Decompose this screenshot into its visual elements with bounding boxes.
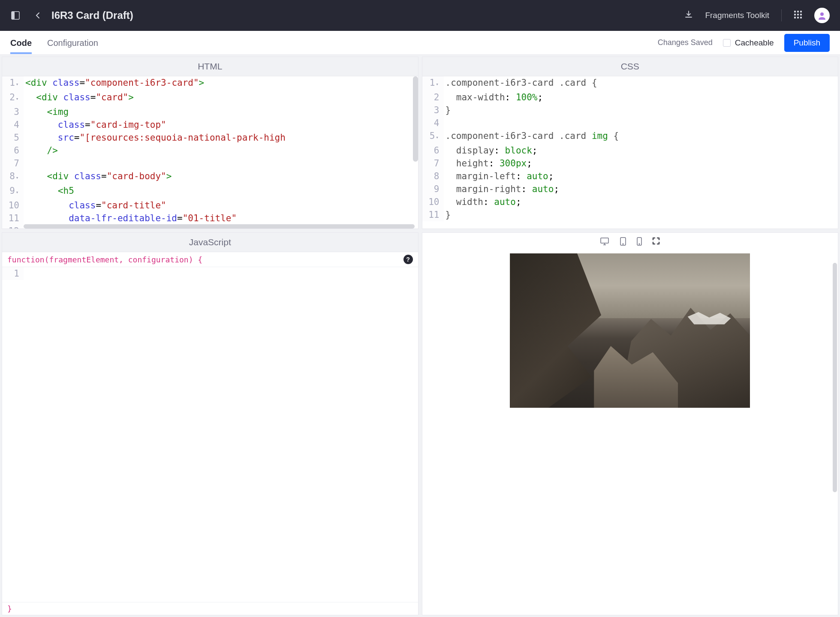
- sidebar-toggle-icon[interactable]: [10, 10, 21, 21]
- user-avatar[interactable]: [814, 8, 830, 23]
- js-function-signature: function(fragmentElement, configuration)…: [7, 255, 202, 264]
- preview-card-image: [510, 253, 750, 408]
- svg-rect-9: [797, 17, 799, 18]
- cacheable-toggle[interactable]: Cacheable: [723, 38, 774, 48]
- svg-rect-10: [800, 17, 802, 18]
- svg-rect-12: [601, 238, 608, 243]
- css-pane-header: CSS: [422, 57, 838, 76]
- svg-point-14: [623, 244, 623, 244]
- app-header: I6R3 Card (Draft) Fragments Toolkit: [0, 0, 840, 31]
- svg-point-11: [820, 12, 824, 16]
- svg-rect-8: [794, 17, 796, 18]
- svg-rect-5: [794, 14, 796, 15]
- js-editor[interactable]: 1: [2, 267, 418, 602]
- js-pane: JavaScript function(fragmentElement, con…: [2, 232, 418, 615]
- scrollbar-thumb[interactable]: [413, 76, 418, 162]
- preview-viewport[interactable]: [422, 253, 838, 615]
- header-divider: [781, 9, 782, 21]
- js-function-close: }: [2, 602, 418, 615]
- preview-toolbar: [422, 233, 838, 253]
- html-pane: HTML 1▾<div class="component-i6r3-card">…: [2, 57, 418, 229]
- preview-scrollbar-thumb[interactable]: [833, 263, 837, 492]
- svg-rect-6: [797, 14, 799, 15]
- page-title: I6R3 Card (Draft): [51, 9, 684, 21]
- editor-grid: HTML 1▾<div class="component-i6r3-card">…: [0, 55, 840, 617]
- svg-rect-3: [797, 11, 799, 12]
- header-right: Fragments Toolkit: [684, 8, 830, 23]
- desktop-preview-icon[interactable]: [600, 237, 609, 247]
- tab-bar: Code Configuration Changes Saved Cacheab…: [0, 31, 840, 55]
- svg-rect-4: [800, 11, 802, 12]
- tab-code[interactable]: Code: [10, 38, 32, 54]
- svg-rect-7: [800, 14, 802, 15]
- help-icon[interactable]: ?: [403, 255, 413, 264]
- mobile-preview-icon[interactable]: [637, 237, 642, 247]
- publish-button[interactable]: Publish: [784, 34, 830, 52]
- toolkit-label[interactable]: Fragments Toolkit: [705, 11, 769, 20]
- svg-rect-1: [12, 12, 15, 19]
- tab-bar-right: Changes Saved Cacheable Publish: [658, 34, 830, 52]
- expand-preview-icon[interactable]: [652, 237, 660, 247]
- css-pane: CSS 1▾.component-i6r3-card .card { 2 max…: [422, 57, 839, 229]
- tablet-preview-icon[interactable]: [620, 237, 626, 247]
- svg-rect-2: [794, 11, 796, 12]
- tab-configuration[interactable]: Configuration: [47, 38, 98, 54]
- svg-point-16: [639, 244, 640, 244]
- changes-saved-label: Changes Saved: [658, 38, 713, 47]
- cacheable-checkbox[interactable]: [723, 39, 731, 47]
- html-editor[interactable]: 1▾<div class="component-i6r3-card"> 2▾ <…: [2, 76, 418, 229]
- preview-pane: [422, 232, 839, 615]
- tabs: Code Configuration: [10, 35, 658, 51]
- css-editor[interactable]: 1▾.component-i6r3-card .card { 2 max-wid…: [422, 76, 838, 229]
- download-icon[interactable]: [684, 10, 693, 21]
- html-pane-header: HTML: [2, 57, 418, 76]
- cacheable-label: Cacheable: [735, 38, 774, 48]
- back-icon[interactable]: [33, 10, 43, 21]
- apps-grid-icon[interactable]: [794, 10, 802, 21]
- js-signature-bar: function(fragmentElement, configuration)…: [2, 252, 418, 267]
- js-pane-header: JavaScript: [2, 233, 418, 252]
